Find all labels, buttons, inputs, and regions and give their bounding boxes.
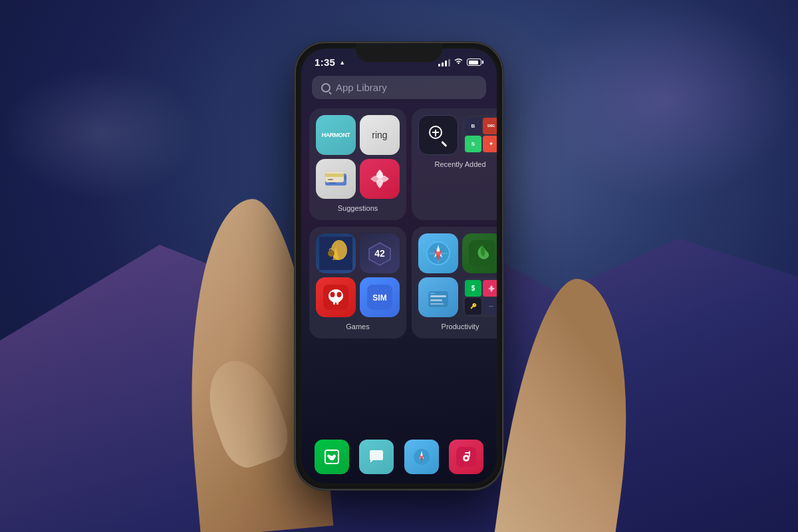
suggestions-apps-row-2 bbox=[316, 159, 400, 199]
svg-point-36 bbox=[465, 457, 467, 460]
bottom-row: 42 bbox=[309, 227, 489, 338]
svg-rect-4 bbox=[325, 174, 344, 177]
hand-right bbox=[494, 272, 650, 532]
dock-music[interactable] bbox=[449, 440, 483, 474]
productivity-grid[interactable]: $ 🔑 ··· bbox=[462, 277, 497, 317]
mini-app-more: ··· bbox=[483, 298, 497, 315]
productivity-label: Productivity bbox=[418, 321, 497, 332]
svg-rect-38 bbox=[465, 452, 470, 454]
mini-app-key: 🔑 bbox=[465, 298, 481, 315]
games-label: Games bbox=[316, 321, 400, 332]
dock bbox=[301, 434, 497, 483]
signal-bar-1 bbox=[438, 64, 440, 66]
svg-point-14 bbox=[331, 292, 335, 297]
app-safari[interactable] bbox=[418, 233, 458, 273]
status-time: 1:35 bbox=[315, 57, 335, 68]
mini-app-x: ✦ bbox=[483, 136, 497, 152]
signal-bar-4 bbox=[448, 59, 450, 66]
svg-text:SIM: SIM bbox=[372, 293, 386, 303]
svg-rect-29 bbox=[430, 299, 442, 301]
search-icon bbox=[321, 83, 331, 92]
app-grid: HARMONT ring bbox=[301, 106, 497, 434]
svg-rect-30 bbox=[430, 303, 444, 305]
phone-screen: 1:35 ▲ bbox=[301, 49, 497, 483]
app-search-plus[interactable] bbox=[418, 115, 458, 155]
scene: 1:35 ▲ bbox=[0, 0, 798, 532]
signal-bars-icon bbox=[438, 59, 450, 66]
wifi-icon bbox=[454, 57, 464, 67]
svg-point-15 bbox=[337, 292, 342, 297]
recently-added-label: Recently Added bbox=[418, 159, 497, 170]
battery-icon bbox=[467, 59, 483, 66]
iphone-frame: 1:35 ▲ bbox=[296, 43, 502, 489]
top-row: HARMONT ring bbox=[309, 108, 489, 220]
status-icons bbox=[438, 57, 483, 67]
svg-rect-37 bbox=[469, 451, 470, 457]
productivity-row-1 bbox=[418, 233, 497, 273]
svg-rect-28 bbox=[430, 295, 446, 297]
signal-bar-3 bbox=[445, 61, 447, 66]
app-sim[interactable]: SIM bbox=[360, 277, 400, 317]
games-row-1: 42 bbox=[316, 233, 400, 273]
games-row-2: SIM bbox=[316, 277, 400, 317]
mini-app-dollar: $ bbox=[465, 280, 481, 297]
app-harmony[interactable]: HARMONT bbox=[316, 115, 356, 155]
app-final-fantasy[interactable] bbox=[316, 233, 356, 273]
dock-safari[interactable] bbox=[404, 440, 439, 474]
search-bar-container[interactable]: App Library bbox=[301, 70, 497, 106]
app-nova[interactable] bbox=[360, 159, 400, 199]
app-wallet[interactable] bbox=[316, 159, 356, 199]
app-skull[interactable] bbox=[316, 277, 356, 317]
svg-rect-5 bbox=[328, 179, 333, 180]
games-group: 42 bbox=[309, 227, 406, 338]
suggestions-label: Suggestions bbox=[316, 203, 400, 213]
recently-added-row-1: B SMG S ✦ bbox=[418, 115, 497, 155]
productivity-row-2: $ 🔑 ··· bbox=[418, 277, 497, 317]
productivity-group: $ 🔑 ··· Productivity bbox=[412, 227, 497, 338]
mini-app-nova-prod bbox=[483, 280, 497, 297]
app-ring[interactable]: ring bbox=[360, 115, 400, 155]
search-bar[interactable]: App Library bbox=[312, 76, 486, 99]
app-files[interactable] bbox=[418, 277, 458, 317]
dock-phone[interactable] bbox=[315, 440, 349, 474]
app-mint[interactable] bbox=[462, 233, 497, 273]
svg-text:42: 42 bbox=[374, 248, 385, 259]
dock-messages[interactable] bbox=[359, 440, 394, 474]
mini-app-b: B bbox=[465, 118, 481, 134]
suggestions-apps-row: HARMONT ring bbox=[316, 115, 400, 155]
mini-app-smg: SMG bbox=[483, 118, 497, 134]
search-placeholder: App Library bbox=[336, 82, 387, 93]
app-dice[interactable]: 42 bbox=[360, 233, 400, 273]
svg-point-9 bbox=[328, 250, 334, 257]
signal-bar-2 bbox=[442, 63, 444, 66]
notch bbox=[356, 43, 442, 62]
recently-added-grid[interactable]: B SMG S ✦ bbox=[462, 115, 497, 155]
suggestions-group: HARMONT ring bbox=[309, 108, 406, 220]
recently-added-group: B SMG S ✦ bbox=[412, 108, 497, 220]
mini-app-s: S bbox=[465, 136, 481, 152]
location-arrow-icon: ▲ bbox=[339, 59, 345, 66]
